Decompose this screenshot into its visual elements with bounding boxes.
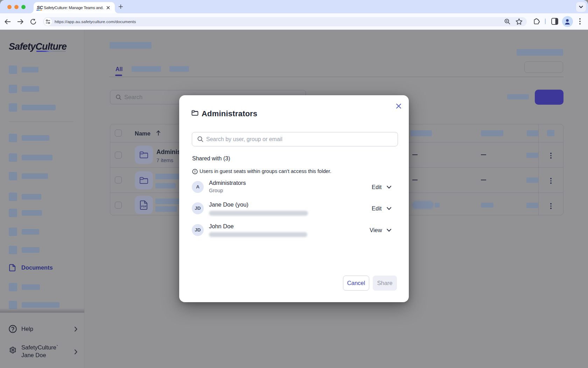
svg-text:PDF: PDF xyxy=(141,205,147,208)
